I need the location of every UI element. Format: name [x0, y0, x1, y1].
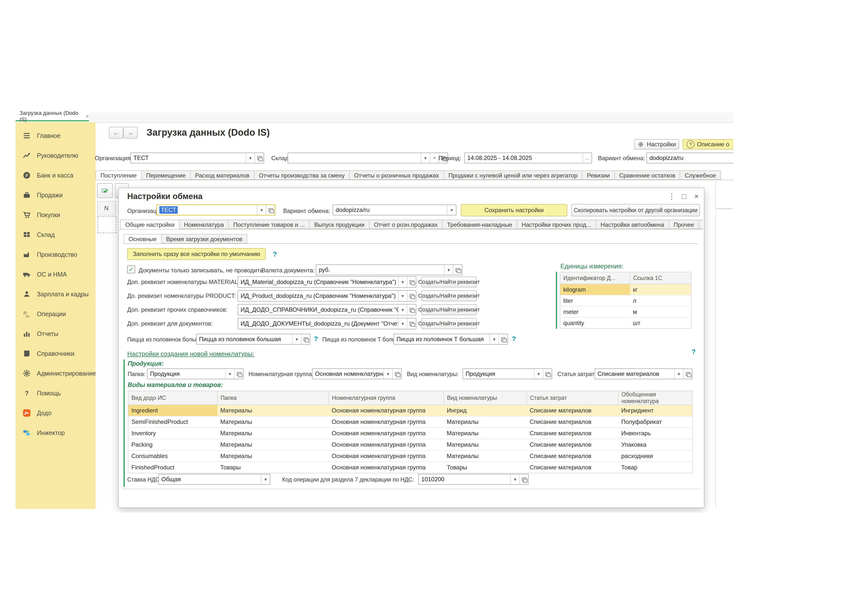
tab-Сравнение остатков[interactable]: Сравнение остатков [615, 171, 680, 180]
sidebar-item-trend[interactable]: Руководителю [16, 146, 96, 165]
close-icon[interactable]: × [691, 192, 701, 200]
vat-rate-select[interactable]: Общая▾ [158, 474, 270, 485]
settings-button[interactable]: Настройки [634, 139, 679, 150]
materials-cell[interactable]: Товар [618, 462, 693, 473]
units-cell[interactable]: kilogram [560, 284, 630, 295]
choose-icon[interactable] [255, 153, 264, 163]
sidebar-item-ruble[interactable]: ₽Банк и касса [16, 165, 96, 185]
copy-settings-button[interactable]: Скопировать настройки от другой организа… [571, 204, 700, 216]
materials-cell[interactable]: Товары [217, 462, 329, 473]
dialog-menu-icon[interactable]: ⋮ [667, 192, 677, 201]
units-row[interactable]: kilogramкг [560, 284, 691, 295]
sidebar-item-menu[interactable]: Главное [16, 126, 96, 146]
units-row[interactable]: meterм [560, 306, 691, 318]
units-row[interactable]: quantityшт [560, 318, 691, 329]
tab-Настройка сверки с бан...[interactable]: Настройка сверки с бан... [699, 220, 703, 229]
write-only-checkbox[interactable]: ✓ [127, 265, 135, 273]
choose-icon[interactable] [453, 265, 462, 275]
materials-row[interactable]: SemiFinishedProductМатериалыОсновная ном… [128, 416, 693, 428]
units-cell[interactable]: м [630, 306, 691, 318]
choose-icon[interactable] [407, 318, 416, 329]
sidebar-item-gear[interactable]: Администрирование [16, 363, 96, 383]
nomenclature-kind-select[interactable]: Продукция▾ [463, 368, 552, 379]
close-tab-icon[interactable]: × [86, 113, 89, 119]
materials-cell[interactable]: Полуфабрикат [618, 416, 693, 428]
choose-icon[interactable] [683, 369, 692, 379]
materials-cell[interactable]: Материалы [217, 405, 329, 416]
sidebar-item-book[interactable]: Справочники [16, 344, 96, 363]
tab-Перемещение[interactable]: Перемещение [141, 171, 191, 180]
section-help-icon[interactable]: ? [691, 348, 696, 356]
clear-icon[interactable]: × [430, 153, 439, 163]
materials-cell[interactable]: Материалы [217, 450, 329, 462]
materials-cell[interactable]: SemiFinishedProduct [128, 416, 217, 428]
materials-row[interactable]: IngredientМатериалыОсновная номенклатурн… [128, 405, 693, 416]
materials-cell[interactable]: Packing [128, 439, 217, 450]
dropdown-icon[interactable]: ▾ [534, 369, 543, 379]
tab-Выпуск продукции[interactable]: Выпуск продукции [310, 220, 369, 229]
materials-cell[interactable]: Ингридиент [618, 405, 693, 416]
materials-row[interactable]: FinishedProductТоварыОсновная номенклату… [128, 462, 693, 473]
sidebar-item-chart[interactable]: Отчеты [16, 324, 96, 344]
materials-cell[interactable]: Материалы [217, 439, 329, 450]
units-cell[interactable]: л [630, 295, 691, 306]
tab-Требования-накладные[interactable]: Требования-накладные [443, 220, 517, 229]
dialog-variant-select[interactable]: dodopizza/ru▾ [333, 205, 456, 216]
dropdown-icon[interactable]: ▾ [444, 265, 453, 275]
dropdown-icon[interactable]: ▾ [674, 369, 683, 379]
nomenclature-group-select[interactable]: Основная номенклатурная груп▾ [312, 368, 402, 379]
choose-icon[interactable] [266, 205, 275, 215]
choose-icon[interactable] [392, 369, 401, 379]
materials-cell[interactable]: Основная номенклатурная группа [329, 439, 444, 450]
tab-Время загрузки документов[interactable]: Время загрузки документов [162, 234, 247, 243]
tab-Служебное[interactable]: Служебное [680, 171, 721, 180]
materials-cell[interactable]: Товары [444, 462, 527, 473]
materials-row[interactable]: PackingМатериалыОсновная номенклатурная … [128, 439, 693, 450]
tab-Отчеты производства за смену[interactable]: Отчеты производства за смену [254, 171, 350, 180]
materials-cell[interactable]: Материалы [444, 416, 527, 428]
materials-cell[interactable]: Consumables [128, 450, 217, 462]
choose-icon[interactable] [543, 369, 552, 379]
sidebar-item-injector[interactable]: Инжектор [16, 423, 96, 443]
dropdown-icon[interactable]: ▾ [398, 291, 407, 301]
units-cell[interactable]: quantity [560, 318, 630, 329]
save-settings-button[interactable]: Сохранить настройки [461, 204, 567, 216]
materials-row[interactable]: InventoryМатериалыОсновная номенклатурна… [128, 428, 693, 439]
tab-Прочее[interactable]: Прочее [669, 220, 699, 229]
materials-cell[interactable]: Списание материалов [527, 462, 618, 473]
back-button[interactable]: ← [109, 127, 123, 139]
materials-cell[interactable]: Основная номенклатурная группа [329, 428, 444, 439]
pizza-t-large-select[interactable]: Пицца из половинок Т большая▾ [394, 334, 508, 345]
materials-cell[interactable]: расходники [618, 450, 693, 462]
create-find-attribute-button[interactable]: Создать/Найти реквизит [421, 318, 477, 329]
pizza-large-help-icon[interactable]: ? [314, 335, 318, 343]
tab-Настройки автообмена[interactable]: Настройки автообмена [596, 220, 669, 229]
empty-list-row[interactable] [98, 216, 116, 233]
choose-icon[interactable] [301, 334, 310, 344]
attribute-value-select[interactable]: ИД_ДОДО_СПРАВОЧНИКИ_dodopizza_ru (Справо… [238, 304, 416, 315]
folder-select[interactable]: Продукция▾ [147, 368, 243, 379]
period-input[interactable]: 14.08.2025 - 14.08.2025... [464, 152, 592, 163]
materials-cell[interactable]: Основная номенклатурная группа [329, 450, 444, 462]
sidebar-item-person[interactable]: Зарплата и кадры [16, 284, 96, 304]
choose-icon[interactable] [234, 369, 243, 379]
create-find-attribute-button[interactable]: Создать/Найти реквизит [421, 304, 477, 315]
create-find-attribute-button[interactable]: Создать/Найти реквизит [421, 290, 477, 301]
attribute-value-select[interactable]: ИД_Product_dodopizza_ru (Справочник "Ном… [238, 290, 416, 302]
dropdown-icon[interactable]: ▾ [225, 369, 234, 379]
dropdown-icon[interactable]: ▾ [383, 369, 392, 379]
create-find-attribute-button[interactable]: Создать/Найти реквизит [421, 276, 477, 287]
materials-cell[interactable]: Основная номенклатурная группа [329, 462, 444, 473]
dropdown-icon[interactable]: ▾ [398, 277, 407, 287]
tab-Поступление[interactable]: Поступление [96, 171, 141, 180]
window-tab-active[interactable]: Загрузка данных (Dodo IS) × [16, 112, 89, 121]
materials-cell[interactable]: Списание материалов [527, 439, 618, 450]
materials-cell[interactable]: Основная номенклатурная группа [329, 405, 444, 416]
materials-cell[interactable]: Материалы [444, 439, 527, 450]
currency-select[interactable]: руб.▾ [316, 264, 462, 275]
sidebar-item-factory[interactable]: Производство [16, 245, 96, 264]
load-data-button[interactable] [97, 183, 113, 198]
choose-icon[interactable] [499, 334, 507, 344]
materials-cell[interactable]: Материалы [217, 416, 329, 428]
materials-cell[interactable]: FinishedProduct [128, 462, 217, 473]
